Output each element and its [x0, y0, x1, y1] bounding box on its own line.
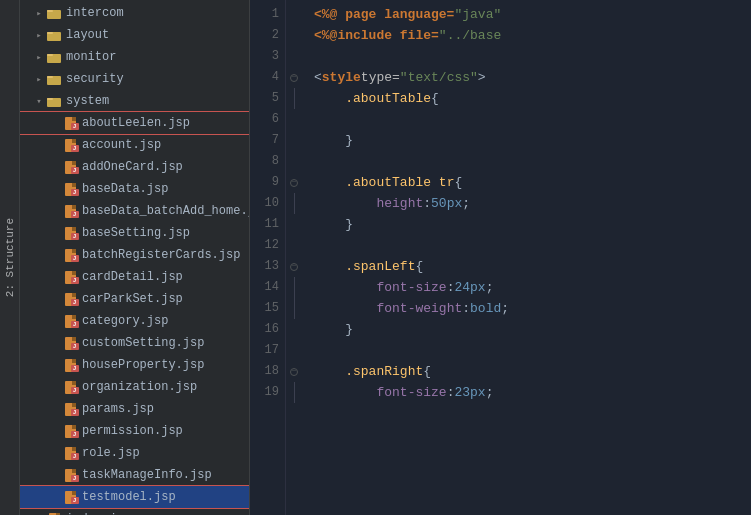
jsp-file-icon-taskmanageinfo: J: [62, 468, 78, 482]
folder-icon-security: [46, 72, 62, 86]
basedata-label: baseData.jsp: [82, 182, 168, 196]
category-label: category.jsp: [82, 314, 168, 328]
tree-item-customsetting[interactable]: J customSetting.jsp: [20, 332, 249, 354]
code-line-8: [314, 151, 751, 172]
code-line-4: <style type="text/css">: [314, 67, 751, 88]
layout-label: layout: [66, 28, 109, 42]
code-line-10: height:50px;: [314, 193, 751, 214]
tree-item-basedata[interactable]: J baseData.jsp: [20, 178, 249, 200]
tree-item-testmodel[interactable]: J testmodel.jsp: [20, 486, 249, 508]
tree-item-monitor[interactable]: monitor: [20, 46, 249, 68]
tree-item-addoncard[interactable]: J addOneCard.jsp: [20, 156, 249, 178]
jsp-file-icon-batchregister: J: [62, 248, 78, 262]
jsp-file-icon-basedata: J: [62, 182, 78, 196]
jsp-file-icon-category: J: [62, 314, 78, 328]
structure-tab-label: 2: Structure: [4, 218, 16, 297]
tree-item-account[interactable]: J account.jsp: [20, 134, 249, 156]
jsp-file-icon-aboutleelen: J: [62, 116, 78, 130]
tree-item-batchregister[interactable]: J batchRegisterCards.jsp: [20, 244, 249, 266]
jsp-file-icon-addoncard: J: [62, 160, 78, 174]
tree-item-aboutleelen[interactable]: J aboutLeelen.jsp: [20, 112, 249, 134]
code-line-11: }: [314, 214, 751, 235]
tree-item-organization[interactable]: J organization.jsp: [20, 376, 249, 398]
code-line-9: .aboutTable tr{: [314, 172, 751, 193]
basesetting-label: baseSetting.jsp: [82, 226, 190, 240]
svg-rect-5: [47, 54, 53, 56]
tree-item-basesetting[interactable]: J baseSetting.jsp: [20, 222, 249, 244]
carparkset-label: carParkSet.jsp: [82, 292, 183, 306]
arrow-monitor: [32, 50, 46, 64]
line-numbers: 12345 678910 1112131415 16171819: [250, 0, 286, 515]
fold-marker-13[interactable]: −: [290, 263, 298, 271]
tree-item-taskmanageinfo[interactable]: J taskManageInfo.jsp: [20, 464, 249, 486]
code-line-19: font-size: 23px;: [314, 382, 751, 403]
jsp-file-icon-houseproperty: J: [62, 358, 78, 372]
tree-item-batchadd[interactable]: J baseData_batchAdd_home.jsp: [20, 200, 249, 222]
addoncard-label: addOneCard.jsp: [82, 160, 183, 174]
arrow-layout: [32, 28, 46, 42]
code-line-6: [314, 109, 751, 130]
code-line-16: }: [314, 319, 751, 340]
file-tree-panel: intercom layout monitor security system: [20, 0, 250, 515]
structure-tab[interactable]: 2: Structure: [0, 0, 20, 515]
system-label: system: [66, 94, 109, 108]
code-line-3: [314, 46, 751, 67]
account-label: account.jsp: [82, 138, 161, 152]
security-label: security: [66, 72, 124, 86]
carddetail-label: cardDetail.jsp: [82, 270, 183, 284]
aboutleelen-label: aboutLeelen.jsp: [82, 116, 190, 130]
tree-item-role[interactable]: J role.jsp: [20, 442, 249, 464]
batchadd-label: baseData_batchAdd_home.jsp: [82, 204, 250, 218]
tree-item-houseproperty[interactable]: J houseProperty.jsp: [20, 354, 249, 376]
jsp-file-icon-role: J: [62, 446, 78, 460]
fold-marker-9[interactable]: −: [290, 179, 298, 187]
tree-item-system[interactable]: system: [20, 90, 249, 112]
jsp-file-icon-testmodel: J: [62, 490, 78, 504]
jsp-file-icon-organization: J: [62, 380, 78, 394]
fold-marker-18[interactable]: −: [290, 368, 298, 376]
tree-item-layout[interactable]: layout: [20, 24, 249, 46]
svg-rect-9: [47, 98, 53, 100]
tree-item-category[interactable]: J category.jsp: [20, 310, 249, 332]
jsp-file-icon-carparkset: J: [62, 292, 78, 306]
code-line-1: <%@ page language="java": [314, 4, 751, 25]
tree-item-security[interactable]: security: [20, 68, 249, 90]
organization-label: organization.jsp: [82, 380, 197, 394]
tree-item-index[interactable]: J index.jsp: [20, 508, 249, 515]
code-editor: 12345 678910 1112131415 16171819 − − − −: [250, 0, 751, 515]
arrow-security: [32, 72, 46, 86]
arrow-system: [32, 94, 46, 108]
folder-icon-layout: [46, 28, 62, 42]
code-line-2: <%@include file="../base: [314, 25, 751, 46]
jsp-file-icon-customsetting: J: [62, 336, 78, 350]
code-lines[interactable]: <%@ page language="java" <%@include file…: [302, 0, 751, 515]
code-line-18: .spanRight{: [314, 361, 751, 382]
code-line-5: .aboutTable{: [314, 88, 751, 109]
jsp-file-icon-params: J: [62, 402, 78, 416]
svg-rect-7: [47, 76, 53, 78]
folder-icon-system: [46, 94, 62, 108]
monitor-label: monitor: [66, 50, 116, 64]
role-label: role.jsp: [82, 446, 140, 460]
arrow-intercom: [32, 6, 46, 20]
code-line-13: .spanLeft{: [314, 256, 751, 277]
jsp-file-icon-batchadd: J: [62, 204, 78, 218]
code-line-14: font-size: 24px;: [314, 277, 751, 298]
svg-rect-3: [47, 32, 53, 34]
params-label: params.jsp: [82, 402, 154, 416]
jsp-file-icon-carddetail: J: [62, 270, 78, 284]
intercom-label: intercom: [66, 6, 124, 20]
code-line-17: [314, 340, 751, 361]
code-line-12: [314, 235, 751, 256]
fold-marker-4[interactable]: −: [290, 74, 298, 82]
taskmanageinfo-label: taskManageInfo.jsp: [82, 468, 212, 482]
tree-item-carddetail[interactable]: J cardDetail.jsp: [20, 266, 249, 288]
tree-item-carparkset[interactable]: J carParkSet.jsp: [20, 288, 249, 310]
folder-icon-intercom: [46, 6, 62, 20]
fold-gutter: − − − −: [286, 0, 302, 515]
tree-item-permission[interactable]: J permission.jsp: [20, 420, 249, 442]
folder-icon-monitor: [46, 50, 62, 64]
jsp-file-icon-permission: J: [62, 424, 78, 438]
tree-item-intercom[interactable]: intercom: [20, 2, 249, 24]
tree-item-params[interactable]: J params.jsp: [20, 398, 249, 420]
